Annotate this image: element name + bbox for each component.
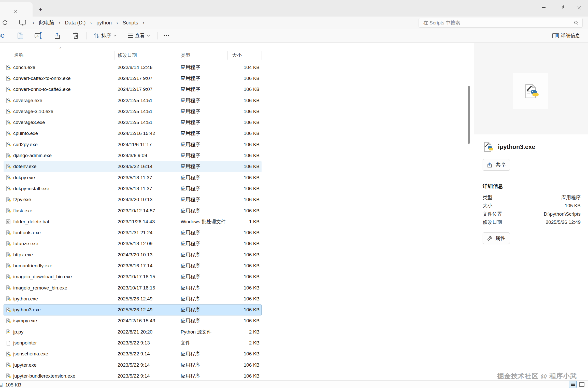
file-icon	[6, 340, 11, 346]
file-row[interactable]: dotenv.exe 2024/5/22 16:14 应用程序 106 KB	[4, 161, 262, 172]
file-row[interactable]: jsonpointer 2023/5/22 9:13 文件 2 KB	[4, 337, 262, 348]
file-row[interactable]: jsonschema.exe 2023/5/22 9:14 应用程序 106 K…	[4, 349, 262, 359]
file-type: 应用程序	[176, 285, 227, 291]
search-input[interactable]	[423, 18, 566, 27]
watermark-text: 掘金技术社区 @ 程序小武	[497, 372, 577, 381]
column-separator[interactable]	[114, 51, 114, 60]
new-tab-button[interactable]: +	[37, 6, 44, 13]
close-button[interactable]	[570, 0, 588, 15]
column-header-name[interactable]: 名称	[4, 52, 114, 59]
tab-close-icon[interactable]	[13, 8, 19, 15]
python-exe-icon	[6, 252, 11, 257]
cut-button[interactable]	[0, 29, 7, 43]
share-button-toolbar[interactable]	[52, 29, 63, 43]
breadcrumb-python[interactable]: python	[94, 19, 114, 27]
this-pc-icon[interactable]	[19, 19, 26, 26]
file-row[interactable]: isympy.exe 2024/12/16 15:43 应用程序 106 KB	[4, 315, 262, 326]
file-name: jp.py	[13, 329, 23, 335]
file-row[interactable]: imageio_download_bin.exe 2023/10/17 18:1…	[4, 271, 262, 282]
file-preview-thumbnail	[513, 73, 549, 109]
file-type: 应用程序	[176, 185, 227, 192]
titlebar: +	[0, 0, 588, 17]
file-date: 2022/8/21 20:20	[114, 329, 176, 335]
details-pane-toggle[interactable]: 详细信息	[547, 29, 585, 43]
file-row[interactable]: coverage.exe 2022/12/5 14:51 应用程序 106 KB	[4, 95, 262, 106]
sort-button[interactable]: 排序	[91, 29, 119, 43]
file-row[interactable]: cpuinfo.exe 2024/12/16 15:42 应用程序 106 KB	[4, 128, 262, 139]
refresh-button[interactable]	[2, 19, 9, 26]
delete-button[interactable]	[71, 29, 81, 43]
python-exe-icon	[6, 142, 11, 147]
file-row[interactable]: ipython3.exe 2025/5/26 12:49 应用程序 106 KB	[4, 304, 262, 315]
file-name: imageio_download_bin.exe	[13, 274, 72, 280]
properties-button[interactable]: 属性	[483, 232, 510, 244]
search-icon[interactable]	[574, 20, 579, 25]
file-icon	[6, 274, 11, 280]
file-name: ipython.exe	[13, 296, 38, 302]
file-type: Python 源文件	[176, 329, 227, 335]
command-toolbar: A 排序 查看 ⋯	[0, 29, 588, 43]
file-row[interactable]: ipython.exe 2025/5/26 12:49 应用程序 106 KB	[4, 293, 262, 304]
file-name: jupyter.exe	[13, 362, 37, 368]
view-button[interactable]: 查看	[123, 29, 154, 43]
detail-value: 2025/5/26 12:49	[546, 219, 581, 225]
file-size: 104 KB	[227, 65, 262, 70]
refresh-icon	[2, 19, 9, 26]
file-row[interactable]: coverage-3.10.exe 2022/12/5 14:51 应用程序 1…	[4, 106, 262, 117]
detail-label: 大小	[483, 202, 492, 209]
explorer-tab[interactable]	[0, 2, 33, 17]
file-row[interactable]: dukpy.exe 2023/5/18 11:37 应用程序 106 KB	[4, 172, 262, 183]
file-row[interactable]: conch.exe 2022/8/14 12:46 应用程序 104 KB	[4, 62, 262, 73]
file-row[interactable]: futurize.exe 2023/5/18 12:09 应用程序 106 KB	[4, 238, 262, 249]
column-header-type[interactable]: 类型	[176, 52, 227, 59]
file-row[interactable]: fonttools.exe 2023/1/31 21:24 应用程序 106 K…	[4, 227, 262, 238]
breadcrumb-this-pc[interactable]: 此电脑	[37, 18, 56, 27]
restore-button[interactable]	[552, 0, 570, 15]
breadcrumb-drive[interactable]: Data (D:)	[63, 19, 88, 27]
rename-button[interactable]: A	[34, 29, 44, 43]
column-separator[interactable]	[262, 51, 262, 60]
file-icon	[6, 120, 11, 125]
more-options-button[interactable]: ⋯	[160, 29, 173, 43]
file-name: coverage-3.10.exe	[13, 109, 53, 114]
file-row[interactable]: flask.exe 2023/10/12 14:57 应用程序 106 KB	[4, 205, 262, 216]
file-row[interactable]: humanfriendly.exe 2023/8/16 17:14 应用程序 1…	[4, 260, 262, 271]
list-scrollbar-thumb[interactable]	[468, 86, 470, 144]
file-row[interactable]: f2py.exe 2024/3/20 10:13 应用程序 106 KB	[4, 194, 262, 205]
file-row[interactable]: jupyter.exe 2023/5/22 9:14 应用程序 106 KB	[4, 359, 262, 370]
column-separator[interactable]	[227, 51, 228, 60]
file-icon	[6, 296, 11, 301]
list-view-toggle[interactable]	[569, 381, 577, 388]
file-name: httpx.exe	[13, 252, 33, 258]
file-row[interactable]: imageio_remove_bin.exe 2023/10/17 18:15 …	[4, 282, 262, 293]
toolbar-separator	[157, 32, 157, 39]
python-exe-icon	[483, 142, 493, 152]
file-row[interactable]: coverage3.exe 2022/12/5 14:51 应用程序 106 K…	[4, 117, 262, 128]
share-button[interactable]: 共享	[483, 159, 510, 171]
paste-button[interactable]	[16, 29, 25, 43]
file-type: 应用程序	[176, 130, 227, 137]
file-row[interactable]: jupyter-bundlerextension.exe 2023/5/22 9…	[4, 370, 262, 381]
file-row[interactable]: convert-onnx-to-caffe2.exe 2024/12/17 9:…	[4, 84, 262, 95]
file-date: 2022/12/5 14:51	[114, 120, 176, 125]
column-header-size[interactable]: 大小	[227, 52, 262, 59]
file-size: 106 KB	[227, 164, 262, 169]
column-header-date[interactable]: 修改日期	[114, 52, 176, 59]
minimize-button[interactable]	[535, 0, 552, 15]
thumbnail-view-toggle[interactable]	[579, 382, 584, 387]
file-row[interactable]: convert-caffe2-to-onnx.exe 2024/12/17 9:…	[4, 73, 262, 84]
file-row[interactable]: folder_delete.bat 2023/11/26 14:43 Windo…	[4, 216, 262, 227]
file-name: f2py.exe	[13, 197, 31, 202]
file-icon	[6, 318, 11, 324]
file-row[interactable]: curl2py.exe 2024/11/6 11:17 应用程序 106 KB	[4, 139, 262, 150]
file-icon	[6, 252, 11, 257]
file-row[interactable]: jp.py 2022/8/21 20:20 Python 源文件 2 KB	[4, 326, 262, 337]
python-exe-icon	[6, 362, 11, 368]
file-icon	[6, 76, 11, 81]
file-row[interactable]: django-admin.exe 2024/3/6 9:09 应用程序 106 …	[4, 150, 262, 161]
breadcrumb-scripts[interactable]: Scripts	[121, 19, 140, 27]
column-separator[interactable]	[176, 51, 176, 60]
file-row[interactable]: httpx.exe 2024/3/20 10:13 应用程序 106 KB	[4, 249, 262, 260]
python-exe-icon	[6, 307, 11, 313]
file-row[interactable]: dukpy-install.exe 2023/5/18 11:37 应用程序 1…	[4, 183, 262, 194]
